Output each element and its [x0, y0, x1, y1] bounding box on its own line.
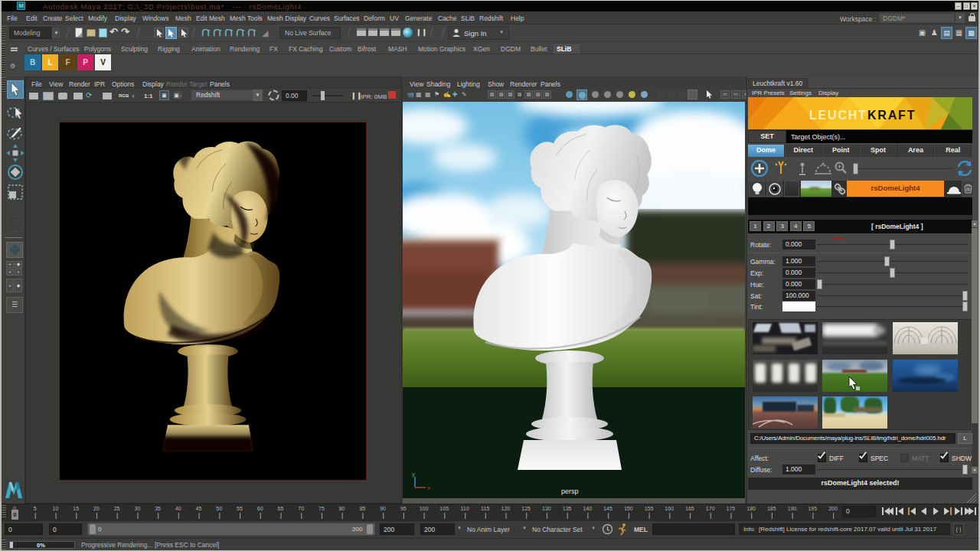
svg-text:20: 20	[93, 506, 100, 511]
svg-text:115: 115	[481, 506, 489, 511]
svg-text:125: 125	[521, 506, 531, 511]
svg-text:155: 155	[645, 506, 654, 511]
svg-text:LEUCHT: LEUCHT	[809, 109, 867, 122]
svg-text:15: 15	[73, 506, 79, 511]
svg-text:140: 140	[583, 506, 592, 511]
svg-text:55: 55	[237, 506, 243, 511]
svg-text:90: 90	[380, 506, 386, 511]
svg-text:195: 195	[808, 506, 817, 511]
svg-text:25: 25	[114, 506, 120, 511]
svg-text:160: 160	[665, 506, 674, 511]
svg-text:60: 60	[257, 506, 263, 511]
svg-text:45: 45	[196, 506, 202, 511]
svg-text:10: 10	[53, 506, 59, 511]
svg-text:100: 100	[420, 506, 429, 511]
svg-text:105: 105	[439, 506, 449, 511]
svg-text:120: 120	[501, 506, 511, 511]
svg-text:35: 35	[155, 506, 161, 511]
svg-text:175: 175	[727, 506, 736, 511]
svg-text:70: 70	[298, 506, 304, 511]
svg-text:135: 135	[563, 506, 572, 511]
svg-text:65: 65	[278, 506, 284, 511]
svg-text:145: 145	[603, 506, 612, 511]
svg-text:180: 180	[746, 506, 756, 511]
svg-text:130: 130	[542, 506, 551, 511]
svg-text:30: 30	[135, 506, 141, 511]
svg-text:80: 80	[339, 506, 345, 511]
svg-text:5: 5	[34, 506, 37, 511]
svg-text:110: 110	[460, 506, 469, 511]
svg-text:165: 165	[685, 506, 694, 511]
svg-text:75: 75	[318, 506, 325, 511]
svg-text:200: 200	[828, 506, 838, 511]
svg-text:50: 50	[216, 506, 222, 511]
svg-text:85: 85	[359, 506, 365, 511]
svg-text:y: y	[412, 471, 415, 478]
svg-text:KRAFT: KRAFT	[867, 109, 916, 122]
svg-text:190: 190	[788, 506, 797, 511]
svg-text:40: 40	[175, 506, 181, 511]
svg-text:150: 150	[624, 506, 633, 511]
svg-text:170: 170	[706, 506, 715, 511]
svg-text:95: 95	[400, 506, 407, 511]
svg-text:x: x	[427, 484, 430, 491]
svg-text:185: 185	[767, 506, 776, 511]
